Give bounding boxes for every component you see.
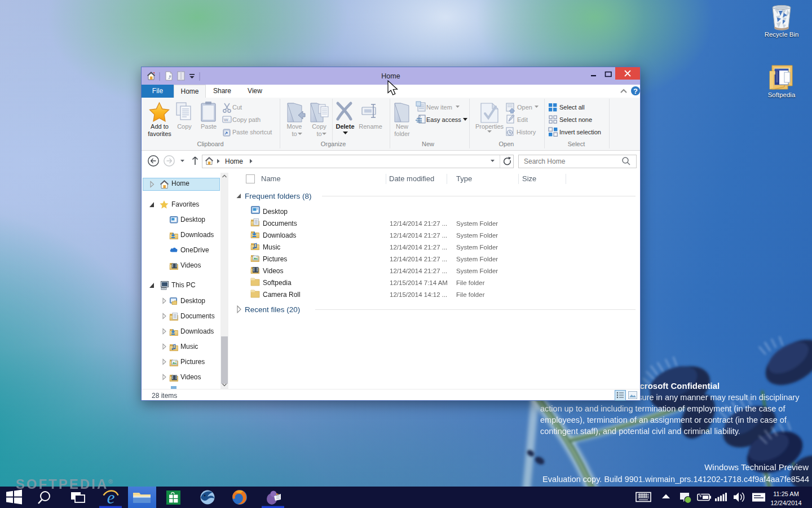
- svg-text:?: ?: [633, 87, 638, 95]
- svg-text:W..: W..: [224, 117, 231, 122]
